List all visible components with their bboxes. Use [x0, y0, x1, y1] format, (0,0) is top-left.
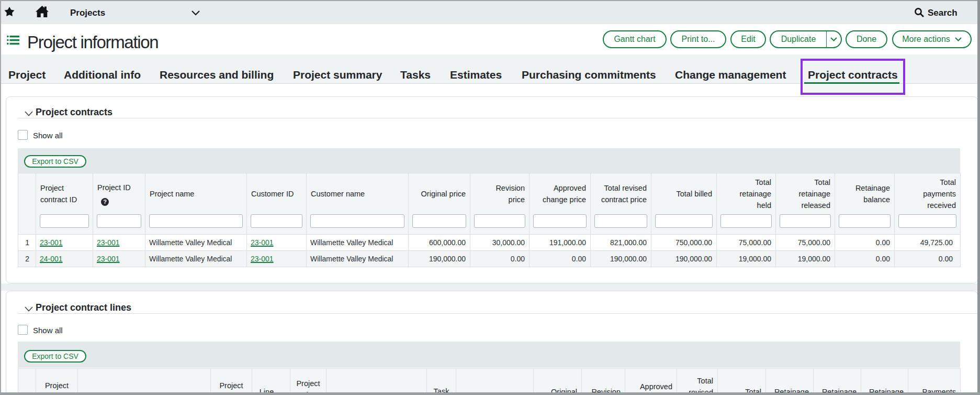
svg-text:?: ?: [103, 199, 107, 205]
